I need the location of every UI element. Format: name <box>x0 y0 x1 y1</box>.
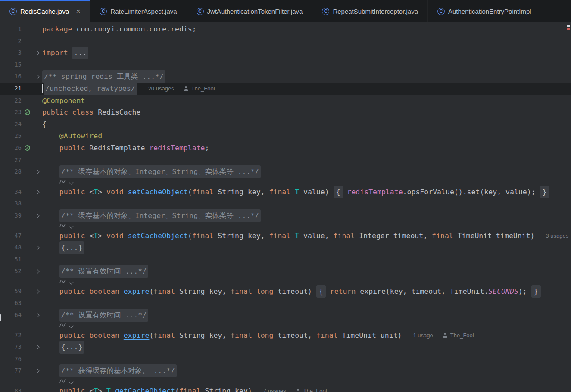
code-token: public <box>59 330 85 342</box>
code-token: T <box>94 186 98 198</box>
line-number[interactable]: 52 <box>0 265 22 277</box>
editor-tab[interactable]: CRateLimiterAspect.java <box>90 0 187 22</box>
line-number[interactable]: 15 <box>0 59 22 71</box>
line-number[interactable]: 1 <box>0 23 22 35</box>
line-number[interactable]: 25 <box>0 130 22 142</box>
line-number[interactable]: 27 <box>0 154 22 166</box>
tab-label: RateLimiterAspect.java <box>110 8 177 15</box>
code-line: 2 <box>0 35 571 47</box>
code-token: long <box>256 286 274 298</box>
code-token: < <box>85 230 94 242</box>
folded-region[interactable]: {...} <box>59 341 84 354</box>
code-line: 77 /** 获得缓存的基本对象。 ...*/ <box>0 365 571 377</box>
line-number[interactable]: 38 <box>0 198 22 210</box>
line-number[interactable]: 21 <box>0 83 22 95</box>
close-icon[interactable]: × <box>76 8 80 15</box>
folded-region[interactable]: /** 缓存基本的对象、Integer、String、实体类等 ...*/ <box>59 165 261 178</box>
spring-bean-icon[interactable] <box>22 145 33 151</box>
line-number[interactable]: 39 <box>0 210 22 222</box>
code-line: 83 public <T> T getCacheObject(final Str… <box>0 385 571 392</box>
fold-arrow-icon[interactable] <box>33 369 42 373</box>
folded-region[interactable]: { <box>334 186 343 199</box>
folded-region[interactable]: } <box>540 186 549 199</box>
usages-hint[interactable]: 1 usage <box>413 330 433 342</box>
tab-bar: CRedisCache.java×CRateLimiterAspect.java… <box>0 0 571 22</box>
code-token: @Component <box>42 95 85 107</box>
folded-region[interactable]: } <box>531 285 541 298</box>
code-token: final <box>316 330 338 342</box>
usages-hint[interactable]: 20 usages <box>148 83 174 95</box>
line-number[interactable]: 23 <box>0 106 22 118</box>
line-number[interactable]: 24 <box>0 118 22 131</box>
line-number[interactable]: 73 <box>0 341 22 353</box>
line-number[interactable]: 22 <box>0 95 22 107</box>
line-number[interactable]: 3 <box>0 47 22 59</box>
line-number[interactable]: 76 <box>0 353 22 365</box>
code-text: public <T> T getCacheObject(final String… <box>42 385 571 392</box>
code-token <box>42 142 59 154</box>
usages-hint[interactable]: 3 usages <box>546 230 569 242</box>
code-token: package <box>42 23 72 35</box>
folded-region[interactable]: { <box>316 285 326 298</box>
code-token <box>124 230 128 242</box>
fold-arrow-icon[interactable] <box>33 214 42 218</box>
code-editor[interactable]: 1package com.ruoyi.common.core.redis;23i… <box>0 22 571 392</box>
code-token: ( <box>149 286 153 298</box>
line-number[interactable]: 34 <box>0 186 22 198</box>
code-text: public <T> void setCacheObject(final Str… <box>42 230 571 242</box>
code-token: < <box>85 186 94 198</box>
fold-arrow-icon[interactable] <box>33 75 42 78</box>
code-token <box>326 286 330 298</box>
folded-region[interactable]: /** spring redis 工具类 ...*/ <box>42 70 165 83</box>
author-hint[interactable]: The_Fool <box>443 330 474 342</box>
editor-tab[interactable]: CRepeatSubmitInterceptor.java <box>312 0 428 22</box>
person-icon <box>443 333 448 338</box>
folded-region[interactable]: /unchecked, rawtypes/ <box>44 82 137 95</box>
line-number[interactable]: 83 <box>0 385 22 392</box>
code-token <box>42 330 59 342</box>
line-number[interactable]: 51 <box>0 254 22 266</box>
spring-bean-icon[interactable] <box>22 109 33 115</box>
code-text: public boolean expire(final String key, … <box>42 330 571 342</box>
line-number[interactable]: 48 <box>0 242 22 254</box>
fold-arrow-icon[interactable] <box>33 170 42 174</box>
line-number[interactable]: 64 <box>0 309 22 321</box>
folded-region[interactable]: /** 缓存基本的对象、Integer、String、实体类等 ...*/ <box>59 209 261 222</box>
line-number[interactable]: 26 <box>0 142 22 154</box>
code-token <box>42 230 59 242</box>
line-number[interactable]: 77 <box>0 365 22 377</box>
code-token: boolean <box>89 286 119 298</box>
code-area: 1package com.ruoyi.common.core.redis;23i… <box>0 23 571 392</box>
editor-tab[interactable]: CRedisCache.java× <box>0 0 90 22</box>
fold-arrow-icon[interactable] <box>33 270 42 273</box>
line-number[interactable]: 59 <box>0 286 22 298</box>
line-number[interactable]: 28 <box>0 166 22 178</box>
fold-arrow-icon[interactable] <box>33 190 42 194</box>
line-number[interactable]: 16 <box>0 71 22 83</box>
code-token: TimeUnit unit) <box>338 330 402 342</box>
folded-region[interactable]: /** 获得缓存的基本对象。 ...*/ <box>59 364 177 377</box>
fold-arrow-icon[interactable] <box>33 51 42 55</box>
editor-tab[interactable]: CAuthenticationEntryPointImpl <box>428 0 541 22</box>
line-number[interactable]: 2 <box>0 35 22 47</box>
author-hint[interactable]: The_Fool <box>296 385 327 392</box>
editor-tab[interactable]: CJwtAuthenticationTokenFilter.java <box>187 0 313 22</box>
line-number[interactable]: 63 <box>0 297 22 309</box>
line-number[interactable]: 47 <box>0 230 22 242</box>
scrollbar[interactable] <box>566 22 571 392</box>
code-token: < <box>85 385 94 392</box>
folded-region[interactable]: {...} <box>59 241 84 254</box>
author-hint[interactable]: The_Fool <box>184 83 215 95</box>
folded-region[interactable]: ... <box>72 47 89 59</box>
code-token: T <box>94 230 98 242</box>
fold-arrow-icon[interactable] <box>33 314 42 317</box>
code-token: { <box>42 118 47 131</box>
code-text: import ... <box>42 47 571 59</box>
line-number[interactable]: 72 <box>0 330 22 342</box>
fold-arrow-icon[interactable] <box>33 246 42 249</box>
fold-arrow-icon[interactable] <box>33 345 42 349</box>
usages-hint[interactable]: 7 usages <box>263 385 286 392</box>
fold-arrow-icon[interactable] <box>33 290 42 293</box>
code-token <box>85 330 89 342</box>
code-token <box>42 130 59 142</box>
